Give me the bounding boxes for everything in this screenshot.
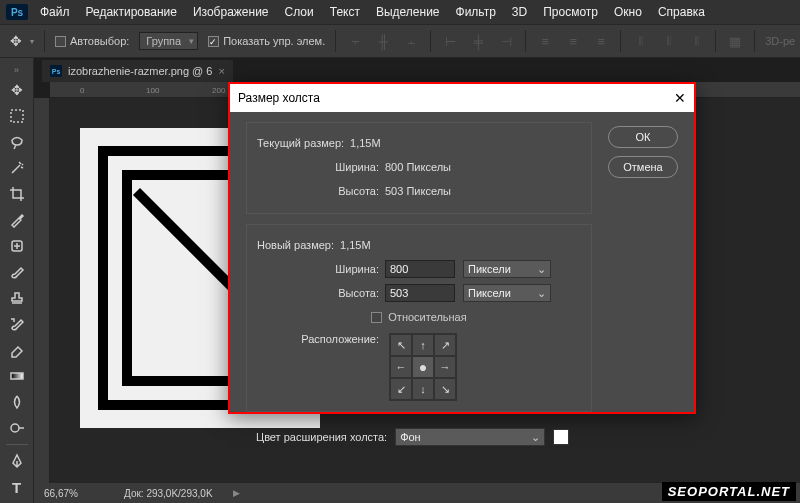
ok-button[interactable]: ОК <box>608 126 678 148</box>
separator <box>754 30 755 52</box>
type-tool-icon[interactable]: T <box>4 475 30 499</box>
separator <box>335 30 336 52</box>
heal-tool-icon[interactable] <box>4 234 30 258</box>
gradient-tool-icon[interactable] <box>4 364 30 388</box>
autoselect-checkbox[interactable]: Автовыбор: <box>55 35 129 47</box>
width-unit-select[interactable]: Пиксели <box>463 260 551 278</box>
menu-edit[interactable]: Редактирование <box>86 5 177 19</box>
extension-color-swatch[interactable] <box>553 429 569 445</box>
crop-tool-icon[interactable] <box>4 182 30 206</box>
watermark: SEOPORTAL.NET <box>662 482 796 501</box>
height-unit-select[interactable]: Пиксели <box>463 284 551 302</box>
anchor-grid: ↖ ↑ ↗ ← ● → ↙ ↓ ↘ <box>389 333 457 401</box>
align-hcenter-icon[interactable]: ╪ <box>469 32 487 50</box>
distribute-right-icon[interactable]: ⦀ <box>687 32 705 50</box>
status-menu-icon[interactable]: ▶ <box>233 488 240 498</box>
distribute-hcenter-icon[interactable]: ⦀ <box>659 32 677 50</box>
anchor-s[interactable]: ↓ <box>412 378 434 400</box>
mode-icon[interactable]: ▦ <box>726 32 744 50</box>
new-height-input[interactable] <box>385 284 455 302</box>
move-tool-icon[interactable]: ✥ <box>4 78 30 102</box>
menu-view[interactable]: Просмотр <box>543 5 598 19</box>
menu-image[interactable]: Изображение <box>193 5 269 19</box>
relative-checkbox[interactable] <box>371 312 382 323</box>
app-logo: Ps <box>6 4 28 20</box>
cancel-button[interactable]: Отмена <box>608 156 678 178</box>
move-tool-icon: ✥ <box>10 33 26 49</box>
eraser-tool-icon[interactable] <box>4 338 30 362</box>
anchor-e[interactable]: → <box>434 356 456 378</box>
marquee-tool-icon[interactable] <box>4 104 30 128</box>
separator <box>620 30 621 52</box>
blur-tool-icon[interactable] <box>4 390 30 414</box>
new-height-label: Высота: <box>257 287 385 299</box>
options-bar: ✥ ▾ Автовыбор: Группа Показать упр. элем… <box>0 24 800 58</box>
autoselect-combo[interactable]: Группа <box>139 32 198 50</box>
menu-layer[interactable]: Слои <box>285 5 314 19</box>
eyedropper-tool-icon[interactable] <box>4 208 30 232</box>
current-width-value: 800 Пикселы <box>385 161 451 173</box>
ruler-tick: 200 <box>212 86 225 95</box>
extension-color-select[interactable]: Фон <box>395 428 545 446</box>
svg-rect-0 <box>11 110 23 122</box>
new-size-value: 1,15M <box>340 239 371 251</box>
current-height-label: Высота: <box>257 185 385 197</box>
zoom-level[interactable]: 66,67% <box>44 488 104 499</box>
new-width-input[interactable] <box>385 260 455 278</box>
lasso-tool-icon[interactable] <box>4 130 30 154</box>
align-right-icon[interactable]: ⊣ <box>497 32 515 50</box>
menu-filter[interactable]: Фильтр <box>456 5 496 19</box>
history-brush-tool-icon[interactable] <box>4 312 30 336</box>
new-size-group: Новый размер: 1,15M Ширина: Пиксели Высо… <box>246 224 592 412</box>
separator <box>525 30 526 52</box>
magic-wand-tool-icon[interactable] <box>4 156 30 180</box>
current-width-label: Ширина: <box>257 161 385 173</box>
align-left-icon[interactable]: ⊢ <box>441 32 459 50</box>
menu-3d[interactable]: 3D <box>512 5 527 19</box>
brush-tool-icon[interactable] <box>4 260 30 284</box>
distribute-bottom-icon[interactable]: ≡ <box>592 32 610 50</box>
align-top-icon[interactable]: ⫟ <box>346 32 364 50</box>
ruler-vertical <box>34 98 50 483</box>
canvas-size-dialog: Размер холста ✕ Текущий размер: 1,15M Ши… <box>228 82 696 414</box>
menu-file[interactable]: Файл <box>40 5 70 19</box>
menu-select[interactable]: Выделение <box>376 5 440 19</box>
menu-type[interactable]: Текст <box>330 5 360 19</box>
menu-window[interactable]: Окно <box>614 5 642 19</box>
show-controls-checkbox[interactable]: Показать упр. элем. <box>208 35 325 47</box>
align-vcenter-icon[interactable]: ╫ <box>374 32 392 50</box>
anchor-label: Расположение: <box>257 333 385 345</box>
document-tab-label: izobrazhenie-razmer.png @ 6 <box>68 65 212 77</box>
tool-separator <box>6 444 28 445</box>
document-tabs: Ps izobrazhenie-razmer.png @ 6 × <box>34 58 800 82</box>
anchor-nw[interactable]: ↖ <box>390 334 412 356</box>
toolbox: » ✥ T <box>0 58 34 503</box>
checkbox-icon <box>55 36 66 47</box>
close-icon[interactable]: ✕ <box>674 90 686 106</box>
anchor-se[interactable]: ↘ <box>434 378 456 400</box>
distribute-left-icon[interactable]: ⦀ <box>631 32 649 50</box>
document-tab[interactable]: Ps izobrazhenie-razmer.png @ 6 × <box>42 60 233 82</box>
close-tab-icon[interactable]: × <box>218 65 224 77</box>
current-size-legend: Текущий размер: <box>257 137 344 149</box>
anchor-center[interactable]: ● <box>412 356 434 378</box>
extension-color-row: Цвет расширения холста: Фон <box>246 422 592 446</box>
tool-preset-caret-icon[interactable]: ▾ <box>30 37 34 46</box>
mode-3d-label: 3D-ре <box>765 35 795 47</box>
anchor-n[interactable]: ↑ <box>412 334 434 356</box>
dodge-tool-icon[interactable] <box>4 416 30 440</box>
stamp-tool-icon[interactable] <box>4 286 30 310</box>
relative-label: Относительная <box>388 311 466 323</box>
menu-help[interactable]: Справка <box>658 5 705 19</box>
collapse-chevron-icon[interactable]: » <box>4 64 30 76</box>
anchor-w[interactable]: ← <box>390 356 412 378</box>
distribute-top-icon[interactable]: ≡ <box>536 32 554 50</box>
anchor-sw[interactable]: ↙ <box>390 378 412 400</box>
extension-color-label: Цвет расширения холста: <box>256 431 387 443</box>
distribute-vcenter-icon[interactable]: ≡ <box>564 32 582 50</box>
pen-tool-icon[interactable] <box>4 449 30 473</box>
new-width-label: Ширина: <box>257 263 385 275</box>
anchor-ne[interactable]: ↗ <box>434 334 456 356</box>
align-bottom-icon[interactable]: ⫠ <box>402 32 420 50</box>
doc-size-label: Док: 293,0K/293,0K <box>124 488 213 499</box>
